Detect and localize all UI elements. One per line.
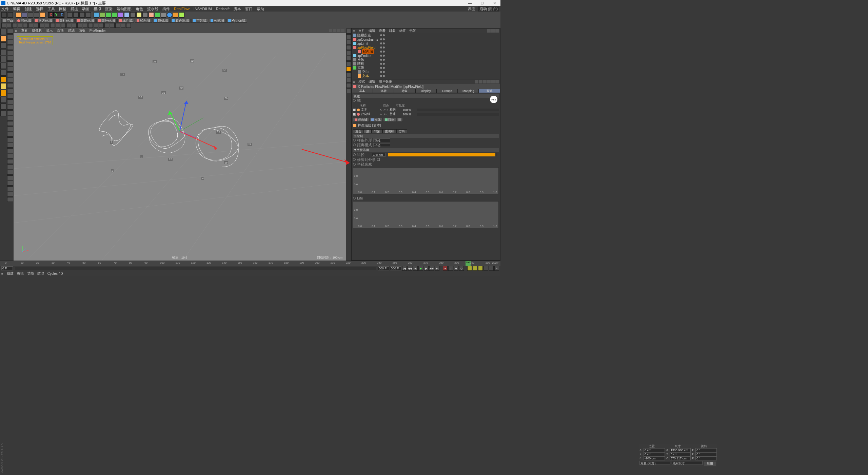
vprt-11[interactable] [346, 83, 351, 88]
timeline-ruler[interactable]: 292 292 F 010203040506070809010011012013… [0, 261, 500, 266]
radius-section-title[interactable]: ▼半径选项 [353, 148, 499, 152]
playback-start-field[interactable]: 0 F [1, 266, 13, 270]
scale-tool[interactable] [28, 12, 33, 18]
radius-falloff-radio[interactable] [353, 163, 356, 166]
am-up-icon[interactable] [483, 80, 487, 83]
s12[interactable] [7, 89, 13, 93]
om-file[interactable]: 文件 [358, 28, 365, 33]
field-enable-checkbox[interactable] [353, 109, 356, 111]
menu-pipeline[interactable]: 流水线 [147, 6, 158, 12]
am-r4[interactable] [487, 80, 491, 83]
s20[interactable] [7, 132, 13, 137]
workplane-snap-icon[interactable] [0, 90, 6, 96]
menu-tools[interactable]: 工具 [47, 6, 55, 12]
s5[interactable] [7, 51, 13, 55]
visibility-dot-icon[interactable] [380, 42, 382, 44]
menu-simulate[interactable]: 模拟 [94, 6, 101, 12]
vp-view[interactable]: 查看 [21, 28, 28, 33]
play-icon[interactable]: ▶ [418, 266, 423, 271]
mm-icon[interactable]: ≡ [1, 272, 3, 276]
xp-button[interactable] [179, 12, 184, 18]
s24[interactable] [7, 154, 13, 158]
pos-key-icon[interactable] [467, 266, 472, 271]
rotate-tool[interactable] [34, 12, 39, 18]
am-back-icon[interactable] [475, 80, 478, 83]
field-blend-dropdown[interactable]: 相乘 [390, 108, 401, 112]
am-fwd-icon[interactable] [479, 80, 482, 83]
menu-character[interactable]: 角色 [136, 6, 143, 12]
live-selection-tool[interactable] [16, 12, 21, 18]
menu-edit[interactable]: 编辑 [13, 6, 20, 12]
am-menu-icon[interactable]: ≡ [353, 80, 355, 84]
visibility-dot-icon[interactable] [383, 42, 385, 44]
fields-radio[interactable] [353, 99, 356, 102]
object-tree-item[interactable]: 隐藏所选 [352, 33, 500, 37]
visibility-dot-icon[interactable] [380, 34, 382, 36]
visibility-dot-icon[interactable] [380, 71, 382, 73]
s19[interactable] [7, 127, 13, 131]
chip-more[interactable] [397, 118, 403, 122]
object-tree-item[interactable]: xpLimit [352, 41, 500, 45]
s26[interactable] [7, 165, 13, 169]
object-tree-item[interactable]: 随机 [352, 62, 500, 66]
clip-radio[interactable] [353, 158, 356, 161]
visibility-dot-icon[interactable] [383, 38, 385, 40]
vprt-2[interactable] [346, 34, 351, 39]
vprt-4[interactable] [346, 45, 351, 50]
vp-nav-2[interactable] [333, 29, 336, 32]
object-tree[interactable]: 隐藏所选xpConstraintsxpLimitxpFlowField径向域xp… [352, 33, 500, 79]
menu-render[interactable]: 渲染 [105, 6, 113, 12]
field-enable-checkbox[interactable] [353, 113, 356, 116]
field-formula[interactable]: 公式域 [209, 19, 226, 23]
menu-window[interactable]: 窗口 [245, 6, 253, 12]
render-view-button[interactable] [73, 12, 79, 18]
vprt-7[interactable] [346, 61, 351, 66]
field-linear[interactable]: 线性域 [117, 19, 134, 23]
s28[interactable] [7, 175, 13, 180]
am-edit[interactable]: 编辑 [369, 79, 375, 84]
pen-tool-button[interactable] [100, 12, 105, 18]
st-2[interactable] [7, 23, 12, 28]
menu-script[interactable]: 脚本 [234, 6, 241, 12]
life-radio[interactable] [353, 197, 356, 200]
field-radial[interactable]: 径向域 [135, 19, 152, 23]
object-tree-item[interactable]: xpEmitter [352, 54, 500, 58]
vprt-12[interactable] [346, 89, 351, 93]
s18[interactable] [7, 121, 13, 126]
s15[interactable] [7, 105, 13, 110]
st-7[interactable] [34, 23, 39, 28]
model-mode-icon[interactable] [0, 36, 6, 42]
object-tree-item[interactable]: 克隆 [352, 66, 500, 70]
vprt-1[interactable] [346, 29, 351, 34]
deformer-button[interactable] [118, 12, 123, 18]
st-11[interactable] [56, 23, 60, 28]
field-cylinder[interactable]: 圆柱体域 [54, 19, 75, 23]
menu-animate[interactable]: 动画 [82, 6, 90, 12]
st-object[interactable]: 对象 [372, 129, 382, 133]
field-python[interactable]: Python域 [226, 19, 247, 23]
field-sound[interactable]: 声音域 [191, 19, 208, 23]
menu-insydium[interactable]: INSYDIUM [194, 7, 212, 11]
object-tree-item[interactable]: xpConstraints [352, 37, 500, 41]
field-button[interactable] [167, 12, 172, 18]
om-view[interactable]: 查看 [379, 28, 386, 33]
radius-radio[interactable] [353, 153, 356, 156]
field-sphere[interactable]: 球体域 [16, 19, 33, 23]
am-userdata[interactable]: 用户数据 [379, 79, 392, 84]
st-5[interactable] [23, 23, 28, 28]
field-list-row[interactable]: 文本 ∿ ↗ ○ 相乘 100 % [353, 108, 499, 112]
s11[interactable] [7, 83, 13, 88]
life-graph[interactable]: 0.8 0.6 0.00.10.20.30.40.50.60.70.80.91.… [353, 201, 499, 228]
s3[interactable] [7, 40, 13, 44]
field-blend-dropdown[interactable]: 普通 [390, 112, 401, 116]
tl-settings-icon[interactable]: ≡ [494, 266, 499, 271]
visibility-dot-icon[interactable] [383, 67, 385, 69]
playback-range-slider[interactable] [15, 267, 376, 270]
tag-button[interactable] [173, 12, 178, 18]
st-4[interactable] [18, 23, 22, 28]
visibility-dot-icon[interactable] [380, 67, 382, 69]
visibility-dot-icon[interactable] [383, 34, 385, 36]
am-r5[interactable] [491, 80, 495, 83]
field-row-curve-icon[interactable]: ∿ ↗ ○ [379, 113, 388, 116]
visibility-dot-icon[interactable] [383, 63, 385, 65]
